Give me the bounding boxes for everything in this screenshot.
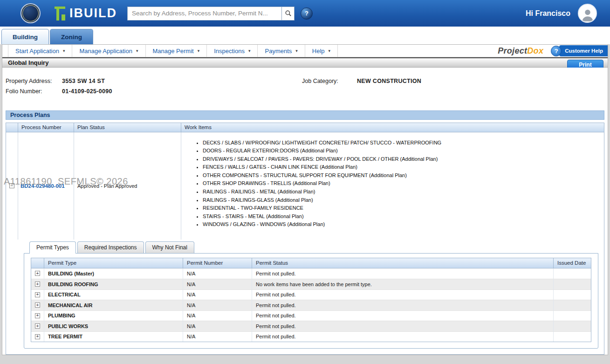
work-item: RAILINGS - RAILINGS - METAL (Additional … xyxy=(203,188,599,196)
tab-building[interactable]: Building xyxy=(1,29,49,44)
menu-label: Help xyxy=(312,48,325,55)
collapse-icon[interactable] xyxy=(9,183,14,188)
permit-types-panel: Permit Type Permit Number Permit Status … xyxy=(24,253,598,349)
header-expand-spacer xyxy=(6,123,18,132)
projectdox-logo[interactable]: ProjectDox xyxy=(498,46,543,56)
permit-status-cell: Permit not pulled. xyxy=(252,332,554,342)
search-input[interactable] xyxy=(127,7,282,21)
menu-inspections[interactable]: Inspections ▾ xyxy=(207,45,258,57)
process-plan-row: BD24-029480-001 Approved - Plan Approved… xyxy=(6,132,604,240)
permit-number-cell: N/A xyxy=(183,321,252,331)
permit-number-cell: N/A xyxy=(183,268,252,279)
expand-icon[interactable] xyxy=(35,323,40,329)
permit-status-cell: Permit not pulled. xyxy=(252,268,554,279)
permit-number-cell: N/A xyxy=(183,300,252,310)
work-item: DOORS - REGULAR EXTERIOR:DOORS (Addition… xyxy=(203,147,599,155)
help-globe-icon[interactable]: ? xyxy=(301,7,313,20)
menu-manage-application[interactable]: Manage Application ▾ xyxy=(72,45,145,57)
expand-icon[interactable] xyxy=(35,313,40,318)
issued-date-cell xyxy=(554,321,591,331)
question-circle-icon: ? xyxy=(551,46,562,56)
permit-table-body: BUILDING (Master) N/A Permit not pulled. xyxy=(31,268,591,342)
permit-row: ELECTRICAL N/A Permit not pulled. xyxy=(31,289,591,300)
top-bar: IBUILD ? Hi Francisco xyxy=(0,0,610,27)
process-plans-table: Process Number Plan Status Work Items BD… xyxy=(6,123,604,355)
expand-icon[interactable] xyxy=(35,282,40,287)
chevron-down-icon: ▾ xyxy=(63,48,65,53)
menu-manage-permit[interactable]: Manage Permit ▾ xyxy=(146,45,207,57)
projectdox-project-text: Project xyxy=(498,46,527,55)
permit-status-cell: Permit not pulled. xyxy=(252,311,554,321)
col-plan-status: Plan Status xyxy=(74,123,181,132)
permit-status-cell: Permit not pulled. xyxy=(252,321,554,331)
permit-table: Permit Type Permit Number Permit Status … xyxy=(31,258,591,343)
issued-date-cell xyxy=(554,332,591,342)
search-button[interactable] xyxy=(282,7,295,21)
folio-number-label: Folio Number: xyxy=(6,88,62,95)
work-item: FENCES / WALLS / GATES - CHAIN LINK FENC… xyxy=(203,163,599,172)
chevron-down-icon: ▾ xyxy=(329,48,331,53)
permit-row: BUILDING ROOFING N/A No work items have … xyxy=(31,279,591,289)
menu-payments[interactable]: Payments ▾ xyxy=(258,45,305,57)
detail-tab-strip: Permit Types Required Inspections Why No… xyxy=(24,241,598,253)
menu-help[interactable]: Help ▾ xyxy=(305,45,338,57)
city-seal-logo xyxy=(21,3,41,23)
customer-help-label: Customer Help xyxy=(559,45,608,56)
permit-type-cell: PUBLIC WORKS xyxy=(44,321,183,331)
work-item: OTHER SHOP DRAWINGS - TRELLIS (Additiona… xyxy=(203,179,599,188)
tab-permit-types[interactable]: Permit Types xyxy=(29,241,76,254)
job-category-value: NEW CONSTRUCTION xyxy=(357,78,421,84)
main-frame: Start Application ▾ Manage Application ▾… xyxy=(2,44,608,355)
menu-label: Manage Permit xyxy=(153,48,194,55)
folio-number-value: 01-4109-025-0090 xyxy=(62,88,112,95)
work-item: RESIDENTIAL - TWO-FAMILY RESIDENCE xyxy=(203,204,599,213)
menu-label: Manage Application xyxy=(79,48,132,55)
brand-text: IBUILD xyxy=(69,6,117,21)
search-icon xyxy=(285,10,292,17)
permit-number-cell: N/A xyxy=(183,332,252,342)
tab-zoning[interactable]: Zoning xyxy=(50,29,93,44)
permit-row: TREE PERMIT N/A Permit not pulled. xyxy=(31,331,591,342)
issued-date-cell xyxy=(554,300,591,310)
permit-type-cell: PLUMBING xyxy=(44,311,183,321)
site-tab-strip: Building Zoning xyxy=(0,27,610,44)
tab-why-not-final[interactable]: Why Not Final xyxy=(145,241,194,253)
menu-label: Start Application xyxy=(15,48,59,55)
expand-icon[interactable] xyxy=(35,302,40,308)
permit-status-cell: Permit not pulled. xyxy=(252,300,554,310)
customer-help-button[interactable]: ? Customer Help xyxy=(551,45,608,57)
permit-row: MECHANICAL AIR N/A Permit not pulled. xyxy=(31,300,591,310)
permit-row: PLUMBING N/A Permit not pulled. xyxy=(31,310,591,321)
property-address-value: 3553 SW 14 ST xyxy=(62,78,105,84)
person-icon xyxy=(580,7,595,22)
work-item: STAIRS - STAIRS - METAL (Additional Plan… xyxy=(203,213,599,221)
permit-number-cell: N/A xyxy=(183,279,252,289)
process-plans-header: Process Plans xyxy=(6,110,604,120)
menu-start-application[interactable]: Start Application ▾ xyxy=(8,45,72,57)
job-category-label: Job Category: xyxy=(302,78,357,84)
permit-row: PUBLIC WORKS N/A Permit not pulled. xyxy=(31,321,591,331)
process-plans-header-row: Process Number Plan Status Work Items xyxy=(6,123,604,132)
permit-table-header-row: Permit Type Permit Number Permit Status … xyxy=(31,258,591,268)
issued-date-cell xyxy=(554,311,591,321)
tab-required-inspections[interactable]: Required Inspections xyxy=(77,241,144,253)
expand-icon[interactable] xyxy=(35,334,40,339)
permit-type-cell: MECHANICAL AIR xyxy=(44,300,183,310)
process-detail-panel: Permit Types Required Inspections Why No… xyxy=(6,240,604,355)
expand-icon[interactable] xyxy=(35,271,40,276)
avatar[interactable] xyxy=(578,4,597,23)
projectdox-dox-text: Dox xyxy=(527,46,543,55)
plan-status-value: Approved - Plan Approved xyxy=(74,132,181,240)
work-item: DECKS / SLABS / W/PROOFING/ LIGHTWEIGHT … xyxy=(203,139,599,147)
property-info: Property Address: 3553 SW 14 ST Folio Nu… xyxy=(6,78,604,101)
crane-building-icon xyxy=(55,7,66,21)
col-issued-date: Issued Date xyxy=(554,258,591,268)
work-items-list: DECKS / SLABS / W/PROOFING/ LIGHTWEIGHT … xyxy=(203,139,599,229)
issued-date-cell xyxy=(554,268,591,279)
chevron-down-icon: ▾ xyxy=(136,48,138,53)
permit-status-cell: No work items have been added to the per… xyxy=(252,279,554,289)
expand-icon[interactable] xyxy=(35,292,40,297)
page-title-bar: Global Inquiry Print xyxy=(2,57,608,68)
process-number-link[interactable]: BD24-029480-001 xyxy=(21,183,65,189)
work-item: OTHER COMPONENTS - STRUCTURAL SUPPORT FO… xyxy=(203,172,599,180)
